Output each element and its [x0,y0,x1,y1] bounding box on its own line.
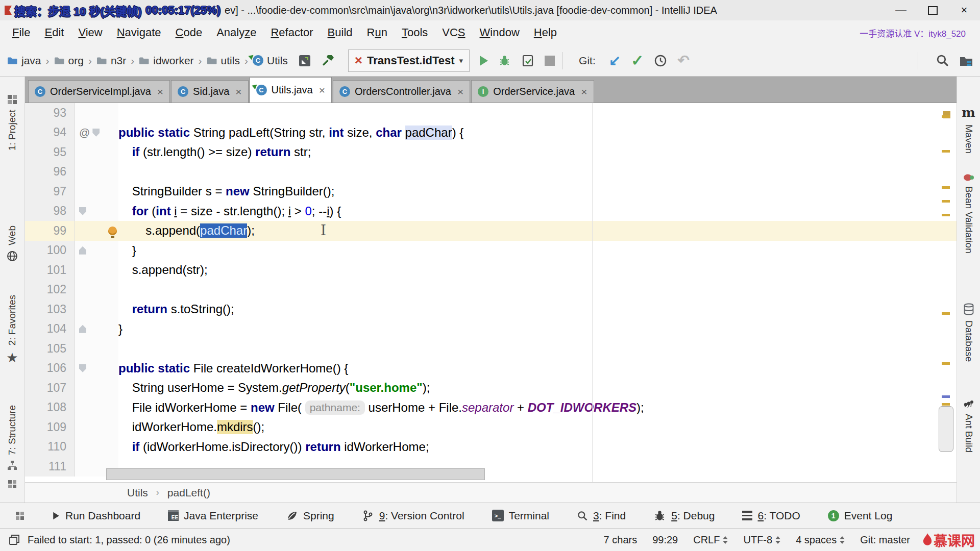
build-hammer-icon[interactable] [322,54,335,67]
minimize-button[interactable]: — [885,1,917,20]
tool-windows-icon[interactable] [15,511,24,520]
stripe-item-ant-build[interactable]: Ant Build [957,398,980,453]
fold-end-marker-icon[interactable] [79,246,86,255]
git-update-icon[interactable]: ↙ [609,52,621,69]
toolwindow-run-dashboard[interactable]: Run Dashboard [52,510,140,522]
caret-position[interactable]: 99:29 [652,534,678,546]
stop-button[interactable] [545,56,555,66]
run-configuration-selector[interactable]: × TransTest.idTest ▾ [348,49,470,72]
breadcrumb-class[interactable]: Utils [127,487,148,499]
breadcrumb-org[interactable]: org [54,55,84,67]
toolwindow-label: 3: Find [593,510,626,522]
intention-bulb-icon[interactable] [108,227,117,235]
tab-close-icon[interactable]: × [457,86,463,98]
menu-help[interactable]: Help [527,26,564,39]
stripe-item-database[interactable]: Database [957,303,980,362]
menu-build[interactable]: Build [321,26,360,39]
git-commit-icon[interactable]: ✓ [631,52,644,69]
fold-marker-icon[interactable] [79,207,86,215]
tab-orderservice-java[interactable]: IOrderService.java× [471,80,594,103]
run-button[interactable] [480,56,488,66]
error-stripe-mark[interactable] [942,214,950,216]
menu-navigate[interactable]: Navigate [110,26,168,39]
toolwindow-9-version-control[interactable]: 9: Version Control [362,510,464,522]
toolwindow-terminal[interactable]: >_Terminal [492,510,549,522]
breadcrumb-utils[interactable]: utils [207,55,240,67]
tab-orderserviceimpl-java[interactable]: COrderServiceImpl.java× [28,80,170,103]
find-icon [577,510,588,521]
tab-sid-java[interactable]: CSid.java× [171,80,248,103]
menu-run[interactable]: Run [360,26,395,39]
tab-orderscontroller-java[interactable]: COrdersController.java× [333,80,470,103]
stripe-item-2-favorites[interactable]: 2: Favorites★ [0,295,24,366]
git-branch-widget[interactable]: Git: master [860,534,910,546]
close-button[interactable]: × [948,1,980,20]
toolwindow-label: Event Log [844,510,893,522]
menu-file[interactable]: File [5,26,37,39]
git-history-icon[interactable] [654,54,667,67]
error-stripe-mark[interactable] [942,312,950,315]
fold-marker-icon[interactable] [92,129,100,137]
window-layout-icon[interactable] [0,480,24,489]
menu-refactor[interactable]: Refactor [263,26,320,39]
stripe-label: Ant Build [963,414,974,453]
project-structure-icon[interactable] [960,55,973,66]
tab-close-icon[interactable]: × [319,84,325,96]
menu-view[interactable]: View [71,26,109,39]
breadcrumb-utils[interactable]: CUtils [253,55,288,67]
breadcrumb-n3r[interactable]: n3r [96,55,126,67]
horizontal-scrollbar[interactable] [106,468,485,480]
menu-window[interactable]: Window [473,26,527,39]
code-editor[interactable]: 9394@public static String padLeft(String… [25,103,957,482]
menu-edit[interactable]: Edit [37,26,71,39]
error-stripe-mark[interactable] [942,115,950,118]
tab-close-icon[interactable]: × [581,86,587,98]
error-stripe-mark[interactable] [942,186,950,189]
debug-button[interactable] [498,54,511,67]
select-in-project-icon[interactable] [298,54,311,67]
menu-vcs[interactable]: VCS [435,26,472,39]
tab-label: OrdersController.java [355,86,451,97]
run-with-coverage-button[interactable] [521,54,534,67]
menu-code[interactable]: Code [168,26,210,39]
toolwindow-5-debug[interactable]: 5: Debug [653,509,715,522]
stripe-item-1-project[interactable]: 1: Project [0,94,24,151]
chevron-right-icon: › [244,55,248,67]
git-rollback-icon[interactable]: ↶ [677,52,689,69]
toolwindow-event-log[interactable]: 1Event Log [828,510,893,522]
stripe-item-bean-validation[interactable]: Bean Validation [957,173,980,254]
tab-close-icon[interactable]: × [157,86,163,98]
stripe-item-maven[interactable]: mMaven [957,105,980,154]
code-text: if (str.length() >= size) return str; [118,142,957,162]
fold-marker-icon[interactable] [79,364,86,372]
event-message-icon[interactable] [8,534,20,546]
encoding-widget[interactable]: UTF-8 [743,534,780,546]
toolwindow-spring[interactable]: Spring [286,510,334,522]
error-stripe-mark[interactable] [942,395,950,398]
status-message[interactable]: Failed to start: 1, passed: 0 (26 minute… [28,534,230,546]
vertical-scrollbar-thumb[interactable] [939,406,953,452]
toolwindow-6-todo[interactable]: 6: TODO [742,510,800,522]
fold-end-marker-icon[interactable] [79,325,86,333]
error-stripe-mark[interactable] [942,362,950,365]
tool-window-buttons: Run DashboardEEJava EnterpriseSpring9: V… [52,509,892,522]
error-stripe-mark[interactable] [942,403,950,406]
breadcrumb-java[interactable]: java [7,55,41,67]
tab-utils-java[interactable]: CUtils.java× [250,77,332,103]
line-number: 98 [25,202,75,221]
toolwindow-3-find[interactable]: 3: Find [577,510,626,522]
menu-tools[interactable]: Tools [395,26,435,39]
error-stripe-mark[interactable] [942,200,950,203]
toolwindow-java-enterprise[interactable]: EEJava Enterprise [168,510,258,522]
stripe-item-web[interactable]: Web [0,226,24,262]
breadcrumb-method[interactable]: padLeft() [167,487,210,499]
breadcrumb-idworker[interactable]: idworker [139,55,193,67]
search-everywhere-icon[interactable] [936,54,949,67]
menu-analyze[interactable]: Analyze [209,26,263,39]
tab-close-icon[interactable]: × [235,86,241,98]
stripe-item-7-structure[interactable]: 7: Structure [0,405,24,471]
error-stripe-mark[interactable] [942,150,950,153]
line-separator-widget[interactable]: CRLF [693,534,728,546]
maximize-button[interactable] [917,1,948,20]
indent-widget[interactable]: 4 spaces [796,534,845,546]
